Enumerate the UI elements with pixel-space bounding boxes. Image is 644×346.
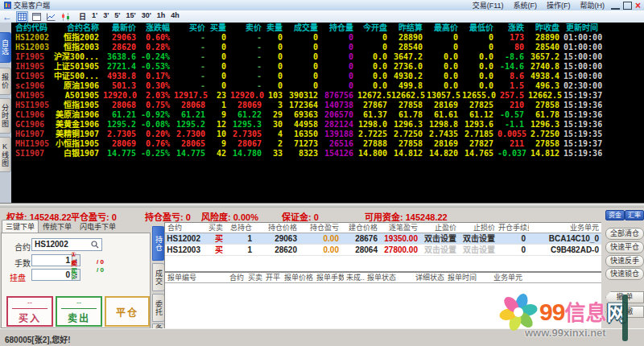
position-cell[interactable]: 双击设置 [460,245,498,256]
sidebar-tab-0[interactable]: 自选 [0,32,11,63]
orders-header[interactable]: 详细状态 [413,273,445,283]
bottom-tab-2[interactable]: 委托 [152,294,165,322]
position-cell[interactable]: 双击设置 [421,233,460,245]
period-button-4[interactable]: 15' [126,11,135,22]
quotes-header[interactable]: 成交量 [287,23,322,33]
orders-header[interactable]: 开平 [263,273,282,283]
positions-header[interactable]: 逐笔盈亏 [381,223,421,233]
quotes-header[interactable]: 卖价 [230,23,266,33]
quotes-header[interactable]: 买价 [174,23,209,33]
quotes-header[interactable]: 最新价 [103,23,140,33]
exchange-rate-button[interactable]: 汇率 [625,210,644,220]
orders-header[interactable]: 未成.. [344,273,365,283]
orders-header[interactable]: 合约 [227,273,246,283]
bottom-tab-0[interactable]: 持仓 [152,226,165,261]
orders-header[interactable]: 报单状态 [365,273,413,283]
period-button-7[interactable]: 4h [171,11,180,22]
menu-item-1[interactable]: 系统(F) [513,0,537,10]
quote-row[interactable]: IH1905上证5019052721.4-0.53%-0-0000.02736.… [11,62,644,72]
contract-input[interactable]: HS12002 [31,238,102,251]
orders-header[interactable]: 报单手数 [314,273,344,283]
period-button-5[interactable]: 30' [142,11,151,22]
positions-header[interactable]: 买卖 [204,223,226,233]
back-arrow-icon[interactable]: ← [2,12,12,22]
positions-header[interactable]: 建仓价格 [342,223,381,233]
close-position-button[interactable]: 平仓 [105,296,150,327]
quotes-header[interactable]: 最高价 [427,23,462,33]
minimize-icon[interactable] [611,1,620,10]
position-cell[interactable]: 双击设置 [460,233,498,245]
position-cell[interactable]: 双击设置 [421,245,460,256]
quotes-header[interactable]: 合约名称 [53,23,103,33]
period-button-6[interactable]: 1h [157,11,166,22]
positions-header[interactable]: 总持仓 [226,223,255,233]
order-tab-2[interactable]: 闪电手下单 [76,220,120,233]
menu-item-3[interactable]: 帮助(H) [580,0,605,10]
quote-row[interactable]: HS12002恒指2002290630.60%-0-00002889000173… [11,33,644,43]
quotes-header[interactable] [602,23,644,33]
quote-row[interactable]: GC1906美黄金19061295.2-0.08%1295.2121295.33… [11,120,644,130]
quotes-header[interactable]: 昨收盘 [528,23,564,33]
quotes-header[interactable]: 持仓量 [322,23,357,33]
action-button-2[interactable]: 快速反手 [605,255,644,267]
quotes-header[interactable]: 更新时间 [564,23,602,33]
period-button-3[interactable]: 5' [114,11,120,22]
close-icon[interactable]: × [635,2,641,10]
period-button-0[interactable]: 日 [79,11,86,22]
panel-icon[interactable] [31,11,43,23]
quotes-header[interactable]: 昨结算 [391,23,427,33]
positions-header[interactable]: 止盈价 [421,223,460,233]
search-icon[interactable] [91,241,99,249]
candlestick-icon[interactable] [60,11,72,23]
quote-row[interactable]: sc1906原油1906501.30.30%-0-0000.0499.80.00… [11,81,644,91]
quote-grid-icon[interactable] [16,11,28,23]
menu-item-2[interactable]: 操作(F) [547,0,571,10]
quote-row[interactable]: CN1905A50190512920.02.03%12917.52312920.… [11,91,644,101]
quotes-header[interactable]: 买量 [209,23,230,33]
maximize-icon[interactable] [623,2,632,10]
quotes-header[interactable]: 涨跌幅 [140,23,174,33]
line-chart-icon[interactable] [45,11,57,23]
sidebar-tab-2[interactable]: 分时图 [0,98,11,134]
quote-row[interactable]: MHI1905小恒指1905280690.76%2806592806727127… [11,139,644,149]
quotes-header[interactable]: 今开盘 [357,23,391,33]
quotes-header[interactable]: 涨跌 [497,23,528,33]
bottom-tab-1[interactable]: 成交 [152,263,165,291]
quotes-header[interactable]: 卖量 [266,23,287,33]
period-button-2[interactable]: 3' [103,11,109,22]
orders-header[interactable]: 报单时间 [445,273,491,283]
order-tab-0[interactable]: 三键下单 [2,220,39,233]
quotes-header[interactable]: 合约代码 [11,23,53,33]
quote-row[interactable]: HSI1905恒指1905280680.75%28068128069317236… [11,101,644,110]
orders-header[interactable]: 报单编号 [165,273,227,283]
quote-row[interactable]: HS12003恒指2003286200.28%-0-00002854000802… [11,43,644,52]
action-button-3[interactable]: 快速锁仓 [605,268,644,280]
positions-header[interactable]: 开仓手续费 [498,223,529,233]
orders-header[interactable]: 报单价格 [282,273,314,283]
orders-header[interactable] [547,273,602,283]
quotes-header[interactable]: 最低价 [462,23,497,33]
position-row[interactable]: HS12003买1286200.002806427800.00双击设置双击设置0… [165,245,602,256]
period-button-1[interactable]: 1' [92,11,97,22]
quote-row[interactable]: CL1906美原油190661.21-0.92%61.21961.2229693… [11,110,644,120]
sidebar-tab-3[interactable]: K线图 [0,137,11,172]
buy-button[interactable]: -- 买入 [6,296,53,327]
orders-header[interactable]: 业务单元 [491,273,547,283]
positions-header[interactable]: 合约 [165,223,204,233]
positions-header[interactable]: 业务单元 [529,223,602,233]
action-button-0[interactable]: 全部清仓 [605,228,644,240]
positions-header[interactable]: 止损价 [460,223,498,233]
quote-row[interactable]: IC1905中证500...4938.80.17%-0-0000.04930.2… [11,72,644,81]
order-tab-1[interactable]: 传统下单 [39,220,76,233]
orders-header[interactable]: 买卖 [246,273,263,283]
sidebar-tab-1[interactable]: 报价 [0,68,11,95]
cancel-all-button[interactable]: 全 撤 [605,306,644,318]
positions-header[interactable]: 持仓盈亏 [300,223,342,233]
action-button-1[interactable]: 快速平仓 [605,241,644,253]
cancel-order-button[interactable]: 撤 单 [605,291,644,303]
quote-row[interactable]: IF1905沪深300...3638.6-0.24%-0-0000.03647.… [11,52,644,62]
quote-row[interactable]: HG1907美精铜19072.73050.20%2.7300102.730541… [11,130,644,139]
quote-row[interactable]: SI1907白银190714.775-0.25%14.7754214.78033… [11,149,644,159]
funds-button[interactable]: 资金 [605,210,625,220]
position-row[interactable]: HS12002买1290630.002867619350.00双击设置双击设置0… [165,233,602,245]
